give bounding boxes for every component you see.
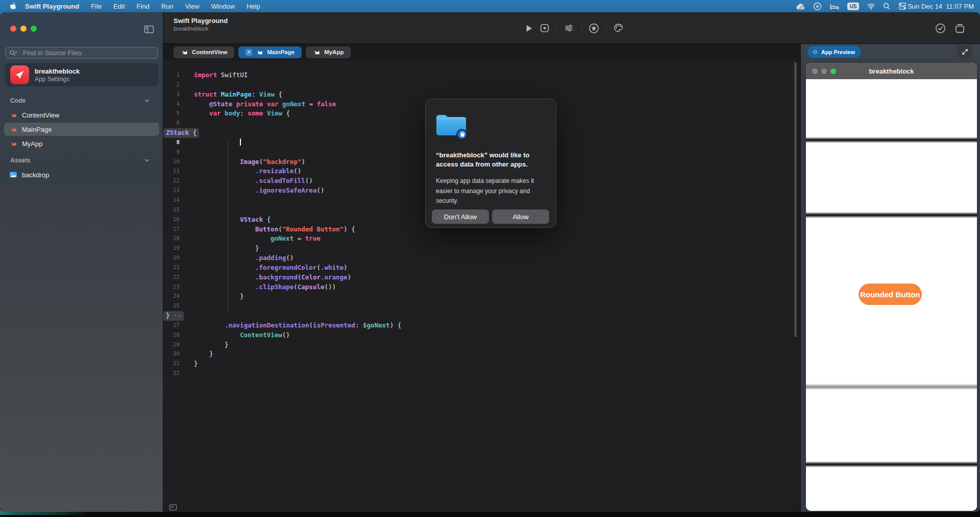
chevron-down-icon[interactable] [144,157,150,163]
menu-clock[interactable]: Sun Dec 14 11:07 PM [908,3,974,10]
line-number: 18 [163,234,180,244]
line-number: 12 [163,176,180,186]
app-icon [10,65,29,84]
line-number: 27 [163,321,180,331]
apple-menu-icon[interactable] [9,2,16,11]
preview-block-bar-2 [806,212,977,218]
app-settings-label: App Settings [35,76,80,83]
code-line-24[interactable]: 24} [163,292,800,301]
menu-file[interactable]: File [88,0,105,12]
play-circle-icon[interactable] [813,2,822,11]
dont-allow-button[interactable]: Don’t Allow [432,209,489,224]
editor-scrollbar[interactable] [794,62,797,337]
menu-window[interactable]: Window [208,0,238,12]
editor-tab-bar: ContentView×MainPageMyApp [163,44,800,60]
tab-label: ContentView [192,49,227,55]
toolbar-separator [556,22,556,34]
tab-contentview[interactable]: ContentView [174,46,234,58]
line-number: 4 [163,100,180,109]
code-line-29[interactable]: 29} [163,340,800,350]
chevron-down-icon[interactable] [144,98,150,104]
tab-label: MainPage [267,49,295,55]
preview-titlebar: breaktheblock [806,63,977,79]
code-line-3[interactable]: 3struct MainPage: View { [163,90,800,100]
code-line-20[interactable]: 20.padding() [163,253,800,263]
section-label: Code [10,97,26,104]
line-number: 20 [163,253,180,263]
code-line-19[interactable]: 19} [163,244,800,253]
minimize-button[interactable] [20,26,27,32]
line-number: 1 [163,70,180,80]
code-line-28[interactable]: 28ContentView() [163,331,800,340]
code-line-23[interactable]: 23.clipShape(Capsule()) [163,283,800,292]
keyboard-layout-badge[interactable]: US [847,3,859,10]
menu-app-name[interactable]: Swift Playground [22,0,82,12]
line-number: 5 [163,109,180,119]
preview-block-bar-1 [806,137,977,143]
line-number: 17 [163,225,180,234]
section-header-code[interactable]: Code [10,97,153,104]
stop-frame-icon[interactable] [540,24,549,33]
code-line-18[interactable]: 18goNext = true [163,234,800,244]
code-line-27[interactable]: 27.navigationDestination(isPresented: $g… [163,321,800,331]
run-play-icon[interactable] [525,24,533,33]
code-line-2[interactable]: 2 [163,80,800,90]
menu-help[interactable]: Help [243,0,263,12]
preview-window-dot-dim [821,68,827,74]
tab-label: MyApp [324,49,344,55]
cloud-icon[interactable] [795,3,805,10]
code-line-30[interactable]: 30} [163,349,800,359]
line-number: 30 [163,349,180,359]
control-center-icon[interactable] [898,2,906,10]
section-header-assets[interactable]: Assets [10,157,153,164]
code-line-22[interactable]: 22.background(Color.orange) [163,273,800,283]
search-input[interactable] [5,47,158,59]
tab-mainpage[interactable]: ×MainPage [238,46,302,58]
sidebar-item-backdrop[interactable]: backdrop [4,168,159,181]
sidebar: breaktheblock App Settings CodeContentVi… [0,12,163,512]
code-line-25[interactable]: 25 [163,301,800,311]
palette-icon[interactable] [613,23,624,33]
swift-icon [313,49,321,56]
tab-myapp[interactable]: MyApp [306,46,351,58]
code-line-32[interactable]: 32 [163,369,800,379]
app-settings-row[interactable]: breaktheblock App Settings [5,63,158,86]
zoom-button[interactable] [31,26,37,32]
line-number: 9 [163,148,180,157]
code-line-1[interactable]: 1import SwiftUI [163,70,800,80]
sidebar-item-contentview[interactable]: ContentView [4,108,159,122]
preview-window-dot-dim [812,68,818,74]
sidebar-item-myapp[interactable]: MyApp [4,137,159,150]
menu-view[interactable]: View [182,0,203,12]
bed-icon[interactable] [829,3,840,10]
app-box-icon[interactable] [954,23,965,34]
sliders-icon[interactable] [563,24,575,33]
sidebar-item-mainpage[interactable]: MainPage [4,123,159,136]
menu-edit[interactable]: Edit [110,0,128,12]
search-icon[interactable] [883,3,891,10]
expand-preview-button[interactable] [958,45,972,58]
allow-button[interactable]: Allow [492,209,549,224]
wifi-icon[interactable] [867,3,875,10]
code-line-26[interactable]: 26} ·· [163,311,800,321]
check-circle-icon[interactable] [935,23,946,34]
find-in-source-files [5,47,158,59]
tab-close-icon[interactable]: × [246,49,252,56]
code-line-31[interactable]: 31} [163,359,800,369]
line-number: 23 [163,283,180,292]
menu-run[interactable]: Run [158,0,177,12]
app-preview-button[interactable]: App Preview [807,46,861,58]
editor-options-icon[interactable] [169,504,177,511]
star-circle-icon[interactable] [589,23,599,34]
toolbar-separator [606,22,606,34]
rounded-button[interactable]: Rounded Button [859,284,922,305]
code-line-21[interactable]: 21.foregroundColor(.white) [163,263,800,273]
spinner-icon [812,49,818,55]
preview-window-title: breaktheblock [869,67,914,75]
line-number: 13 [163,186,180,196]
preview-window: breaktheblock Rounded Button [806,63,977,511]
close-button[interactable] [10,26,16,32]
sidebar-toggle-icon[interactable] [143,25,155,34]
menu-find[interactable]: Find [134,0,153,12]
toolbar-title: Swift Playground [174,17,228,25]
